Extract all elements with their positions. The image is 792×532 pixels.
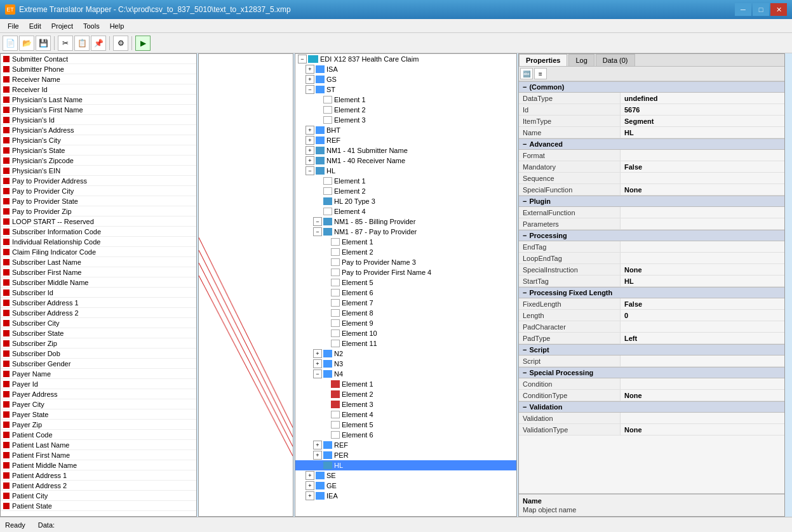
prop-section-specialProcessing[interactable]: −Special Processing <box>519 367 784 378</box>
tree-node-hl-e4[interactable]: Element 4 <box>295 206 516 216</box>
field-row[interactable]: Patient First Name <box>1 450 196 460</box>
tree-node-nm87-e3[interactable]: Pay to Provider Name 3 <box>295 257 516 267</box>
field-row[interactable]: Patient State <box>1 501 196 511</box>
tree-expander[interactable]: + <box>305 156 314 165</box>
tree-panel[interactable]: −EDI X12 837 Health Care Claim+ISA+GS−ST… <box>295 53 517 517</box>
prop-value[interactable]: None <box>621 390 784 401</box>
field-row[interactable]: Subscriber Middle Name <box>1 277 196 288</box>
tree-node-nm87-e5[interactable]: Element 5 <box>295 277 516 288</box>
tree-node-n4[interactable]: −N4 <box>295 369 516 379</box>
tree-expander[interactable]: + <box>305 65 314 74</box>
tree-node-nm87-e7[interactable]: Element 7 <box>295 298 516 308</box>
section-toggle-validation[interactable]: − <box>523 403 527 411</box>
tree-node-st-e3[interactable]: Element 3 <box>295 115 516 125</box>
field-row[interactable]: Subscriber Address 2 <box>1 308 196 318</box>
tree-node-nm1-87[interactable]: −NM1 - 87 - Pay to Provider <box>295 227 516 237</box>
tree-node-hl-e2[interactable]: Element 2 <box>295 186 516 196</box>
section-toggle-common[interactable]: − <box>523 83 527 91</box>
prop-value[interactable] <box>621 413 784 423</box>
tree-node-ref[interactable]: +REF <box>295 135 516 145</box>
field-row[interactable]: Subscriber Information Code <box>1 227 196 237</box>
prop-value[interactable]: HL <box>621 127 784 138</box>
menu-file[interactable]: File <box>3 21 24 31</box>
menu-tools[interactable]: Tools <box>78 21 105 31</box>
field-row[interactable]: Submitter Phone <box>1 64 196 74</box>
field-row[interactable]: Subscriber City <box>1 318 196 328</box>
tree-node-n4-e1[interactable]: Element 1 <box>295 379 516 389</box>
section-toggle-processing[interactable]: − <box>523 232 527 239</box>
section-toggle-specialProcessing[interactable]: − <box>523 369 527 376</box>
prop-value[interactable]: False <box>621 161 784 172</box>
tree-node-n4-e6[interactable]: Element 6 <box>295 430 516 440</box>
field-row[interactable]: Payer Id <box>1 379 196 389</box>
prop-value[interactable] <box>621 321 784 332</box>
prop-value[interactable] <box>621 207 784 218</box>
tree-node-hl[interactable]: −HL <box>295 166 516 176</box>
tree-node-hl-e1[interactable]: Element 1 <box>295 176 516 186</box>
tree-node-ref2[interactable]: +REF <box>295 440 516 450</box>
field-row[interactable]: Physician's EIN <box>1 166 196 176</box>
tree-node-n2[interactable]: +N2 <box>295 349 516 359</box>
field-row[interactable]: Subscriber First Name <box>1 267 196 277</box>
section-toggle-advanced[interactable]: − <box>523 140 527 148</box>
tree-node-nm87-e6[interactable]: Element 6 <box>295 288 516 298</box>
field-row[interactable]: Patient Address 1 <box>1 470 196 481</box>
prop-value[interactable] <box>621 150 784 161</box>
prop-value[interactable] <box>621 253 784 263</box>
new-button[interactable]: 📄 <box>3 36 18 51</box>
copy-button[interactable]: 📋 <box>74 36 90 51</box>
section-toggle-plugin[interactable]: − <box>523 197 527 205</box>
prop-value[interactable]: 0 <box>621 310 784 321</box>
minimize-button[interactable]: ─ <box>735 3 751 16</box>
prop-section-script[interactable]: −Script <box>519 344 784 356</box>
field-row[interactable]: Payer City <box>1 399 196 409</box>
tree-node-n4-e4[interactable]: Element 4 <box>295 409 516 420</box>
tab-properties[interactable]: Properties <box>519 54 567 66</box>
prop-section-processing[interactable]: −Processing <box>519 230 784 241</box>
prop-value[interactable] <box>621 218 784 229</box>
tree-node-isa[interactable]: +ISA <box>295 64 516 74</box>
prop-value[interactable]: None <box>621 424 784 435</box>
field-row[interactable]: Payer Address <box>1 389 196 399</box>
save-button[interactable]: 💾 <box>36 36 51 51</box>
field-row[interactable]: Physician's Last Name <box>1 95 196 105</box>
field-row[interactable]: Physician's City <box>1 135 196 145</box>
section-toggle-processingFixedLength[interactable]: − <box>523 289 527 296</box>
field-row[interactable]: LOOP START -- Reserved <box>1 216 196 227</box>
field-row[interactable]: Patient Code <box>1 430 196 440</box>
prop-value[interactable]: Left <box>621 333 784 343</box>
prop-value[interactable]: undefined <box>621 93 784 103</box>
tree-node-per[interactable]: +PER <box>295 450 516 460</box>
tree-expander[interactable]: − <box>313 227 322 236</box>
tree-expander[interactable]: + <box>305 126 314 135</box>
tree-expander[interactable]: + <box>313 359 322 368</box>
field-row[interactable]: Physician's First Name <box>1 105 196 115</box>
field-row[interactable]: Physician's Zipcode <box>1 156 196 166</box>
tree-node-st-e1[interactable]: Element 1 <box>295 95 516 105</box>
close-button[interactable]: ✕ <box>770 3 787 16</box>
tree-node-nm87-e2[interactable]: Element 2 <box>295 247 516 257</box>
field-row[interactable]: Payer Name <box>1 369 196 379</box>
prop-sort-az[interactable]: 🔤 <box>520 68 533 79</box>
tree-expander[interactable]: + <box>305 481 314 490</box>
tree-expander[interactable]: + <box>305 146 314 155</box>
field-row[interactable]: Pay to Provider Zip <box>1 206 196 216</box>
tree-node-st[interactable]: −ST <box>295 84 516 95</box>
tree-node-nm87-e1[interactable]: Element 1 <box>295 237 516 247</box>
tree-node-nm87-e10[interactable]: Element 10 <box>295 328 516 338</box>
tree-node-nm1-41[interactable]: +NM1 - 41 Submitter Name <box>295 145 516 156</box>
prop-section-validation[interactable]: −Validation <box>519 401 784 413</box>
field-row[interactable]: Subscriber Gender <box>1 359 196 369</box>
tree-expander[interactable]: + <box>313 441 322 449</box>
prop-value[interactable] <box>621 378 784 389</box>
field-row[interactable]: Subscriber Zip <box>1 338 196 349</box>
tree-node-n4-e5[interactable]: Element 5 <box>295 420 516 430</box>
prop-section-advanced[interactable]: −Advanced <box>519 138 784 150</box>
prop-value[interactable]: False <box>621 298 784 309</box>
field-row[interactable]: Subscriber Dob <box>1 349 196 359</box>
field-row[interactable]: Patient Middle Name <box>1 460 196 470</box>
field-row[interactable]: Subscriber Last Name <box>1 257 196 267</box>
run-button[interactable]: ▶ <box>135 36 151 51</box>
tree-node-hl-selected[interactable]: HL <box>295 460 516 470</box>
field-row[interactable]: Receiver Id <box>1 84 196 95</box>
